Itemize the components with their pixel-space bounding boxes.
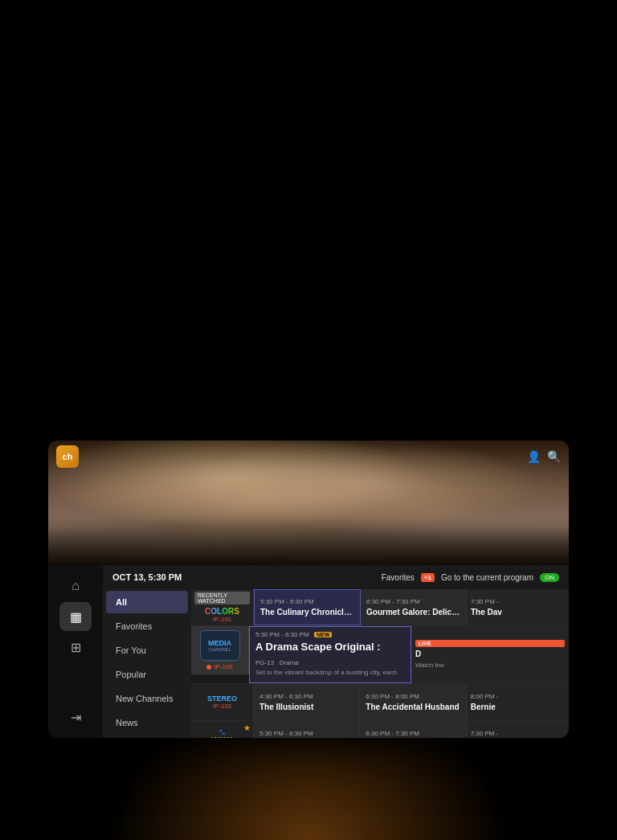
drama-scape-title: A Drama Scape Original : Twists of Fate bbox=[255, 640, 405, 658]
program-time: 5:30 PM - 6:30 PM NEW bbox=[255, 631, 405, 638]
program-gourmet-galore[interactable]: 6:30 PM - 7:30 PM Gourmet Galore: Delici… bbox=[361, 589, 467, 625]
program-time: 6:30 PM - 7:30 PM bbox=[366, 730, 460, 737]
program-title: D bbox=[415, 649, 565, 659]
program-time: 7:30 PM - bbox=[471, 598, 565, 605]
category-all[interactable]: All bbox=[106, 591, 188, 613]
guide-container: All Favorites For You Popular New Channe… bbox=[103, 589, 569, 738]
category-list: All Favorites For You Popular New Channe… bbox=[103, 589, 191, 738]
channel-grid: RECENTLY WATCHED COLORS IP-101 5:30 PM -… bbox=[191, 589, 569, 738]
program-time: 5:30 PM - 6:30 PM bbox=[260, 598, 354, 605]
channel-cell-media: MEDIA CHANNEL IP-100 bbox=[191, 626, 249, 674]
live-badge: LIVE bbox=[415, 640, 565, 647]
top-bar: ch 👤 🔍 bbox=[48, 440, 569, 473]
home-icon: ⌂ bbox=[72, 579, 80, 593]
goto-current-label[interactable]: Go to the current program bbox=[441, 573, 533, 582]
animal-logo: ANIMAL bbox=[210, 736, 235, 739]
recently-watched-badge: RECENTLY WATCHED bbox=[194, 592, 250, 604]
program-title: Bernie bbox=[471, 702, 565, 712]
program-desc: Set in the vibrant backdrop of a bustlin… bbox=[255, 669, 405, 678]
stereo-logo: STEREO bbox=[207, 695, 237, 703]
program-time: 8:00 PM - bbox=[471, 693, 565, 700]
favorites-badge: +1 bbox=[421, 573, 435, 582]
new-badge: NEW bbox=[314, 632, 332, 637]
channel-cell-animal: 🐾 ANIMAL IP-103 ★ bbox=[191, 721, 254, 738]
program-rating: PG-13 Drama bbox=[255, 659, 405, 666]
channel-cell-colors: RECENTLY WATCHED COLORS IP-101 bbox=[191, 589, 254, 625]
profile-icon[interactable]: 👤 bbox=[527, 450, 541, 463]
program-title: Gourmet Galore: Delicious Disco... bbox=[366, 607, 460, 617]
program-best-pet-partial[interactable]: 7:30 PM - Best Pet bbox=[467, 721, 569, 738]
date-time: OCT 13, 5:30 PM bbox=[112, 572, 182, 582]
program-time: 5:30 PM - 6:30 PM bbox=[259, 730, 353, 737]
program-title: The Culinary Chronicles: Epicure... bbox=[260, 607, 354, 617]
exit-icon: ⇥ bbox=[71, 710, 81, 725]
media-logo-container: MEDIA CHANNEL bbox=[200, 630, 240, 661]
row-colors: RECENTLY WATCHED COLORS IP-101 5:30 PM -… bbox=[191, 589, 569, 626]
channel-logo: ch bbox=[56, 445, 79, 468]
program-time: 6:30 PM - 7:30 PM bbox=[366, 598, 460, 605]
guide-icon: ▦ bbox=[70, 609, 82, 625]
category-favorites[interactable]: Favorites bbox=[106, 615, 188, 637]
program-title: The Dav bbox=[471, 607, 565, 617]
sidebar-bottom: ⇥ bbox=[48, 703, 103, 731]
category-popular[interactable]: Popular bbox=[106, 663, 188, 686]
goto-badge[interactable]: ON bbox=[540, 573, 559, 582]
program-desc: Watch the bbox=[415, 662, 565, 670]
row-stereo: STEREO IP-102 4:30 PM - 6:30 PM The Illu… bbox=[191, 684, 569, 721]
program-thats-my-pet[interactable]: 6:30 PM - 7:30 PM That's My Pet bbox=[360, 721, 466, 738]
hero-area: ch 👤 🔍 bbox=[48, 440, 569, 565]
media-logo-text: MEDIA bbox=[208, 639, 231, 648]
top-bar-icons: 👤 🔍 bbox=[527, 450, 561, 463]
category-sports[interactable]: Sports bbox=[106, 736, 188, 738]
star-badge: ★ bbox=[243, 723, 251, 732]
row-media: MEDIA CHANNEL IP-100 5:30 PM - 6:30 PM N… bbox=[191, 626, 569, 684]
program-time: 4:30 PM - 6:30 PM bbox=[259, 693, 353, 700]
colors-number: IP-101 bbox=[213, 616, 232, 623]
date-bar-right: Favorites +1 Go to the current program O… bbox=[382, 573, 559, 582]
program-accidental-husband[interactable]: 6:30 PM - 8:00 PM The Accidental Husband bbox=[360, 684, 466, 720]
program-show-us-pets[interactable]: 5:30 PM - 6:30 PM Show Us Your Pets bbox=[254, 721, 360, 738]
sidebar: ⌂ ▦ ⊞ ⇥ bbox=[48, 565, 103, 738]
media-logo-sub: CHANNEL bbox=[208, 647, 231, 652]
colors-logo: COLORS bbox=[205, 607, 239, 616]
favorites-label: Favorites bbox=[382, 573, 415, 582]
stereo-number: IP-102 bbox=[213, 703, 232, 710]
program-time: 7:30 PM - bbox=[471, 730, 565, 737]
program-title: The Accidental Husband bbox=[366, 702, 460, 712]
sidebar-item-exit[interactable]: ⇥ bbox=[59, 703, 92, 731]
category-for-you[interactable]: For You bbox=[106, 639, 188, 662]
tv-frame: ch 👤 🔍 ⌂ ▦ ⊞ ⇥ OCT 13, 5:30 PM bbox=[48, 440, 569, 738]
channel-dot-container: IP-100 bbox=[206, 663, 233, 670]
date-bar: OCT 13, 5:30 PM Favorites +1 Go to the c… bbox=[103, 565, 569, 589]
sidebar-item-guide[interactable]: ▦ bbox=[59, 602, 92, 631]
program-dav-partial[interactable]: 7:30 PM - The Dav bbox=[467, 589, 569, 625]
category-news[interactable]: News bbox=[106, 711, 188, 734]
category-new-channels[interactable]: New Channels bbox=[106, 687, 188, 710]
search-icon[interactable]: 🔍 bbox=[547, 450, 561, 463]
program-culinary-chronicles[interactable]: 5:30 PM - 6:30 PM The Culinary Chronicle… bbox=[254, 589, 361, 625]
sidebar-item-library[interactable]: ⊞ bbox=[59, 633, 92, 662]
channel-cell-stereo: STEREO IP-102 bbox=[191, 684, 254, 720]
row-animal: 🐾 ANIMAL IP-103 ★ 5:30 PM - 6:30 PM Show… bbox=[191, 721, 569, 738]
main-content: OCT 13, 5:30 PM Favorites +1 Go to the c… bbox=[103, 565, 569, 738]
program-illusionist[interactable]: 4:30 PM - 6:30 PM The Illusionist bbox=[254, 684, 360, 720]
channel-dot bbox=[206, 665, 211, 670]
program-drama-scape[interactable]: 5:30 PM - 6:30 PM NEW A Drama Scape Orig… bbox=[249, 626, 411, 683]
program-bernie-partial[interactable]: 8:00 PM - Bernie bbox=[467, 684, 569, 720]
media-number: IP-100 bbox=[214, 663, 233, 670]
sidebar-item-home[interactable]: ⌂ bbox=[59, 572, 92, 600]
library-icon: ⊞ bbox=[71, 640, 81, 655]
animal-paw-icon: 🐾 bbox=[219, 729, 226, 736]
program-time: 6:30 PM - 8:00 PM bbox=[366, 693, 460, 700]
hero-gradient-overlay bbox=[48, 517, 569, 565]
program-live-partial[interactable]: LIVE D Watch the bbox=[411, 626, 569, 683]
program-title: The Illusionist bbox=[259, 702, 353, 712]
